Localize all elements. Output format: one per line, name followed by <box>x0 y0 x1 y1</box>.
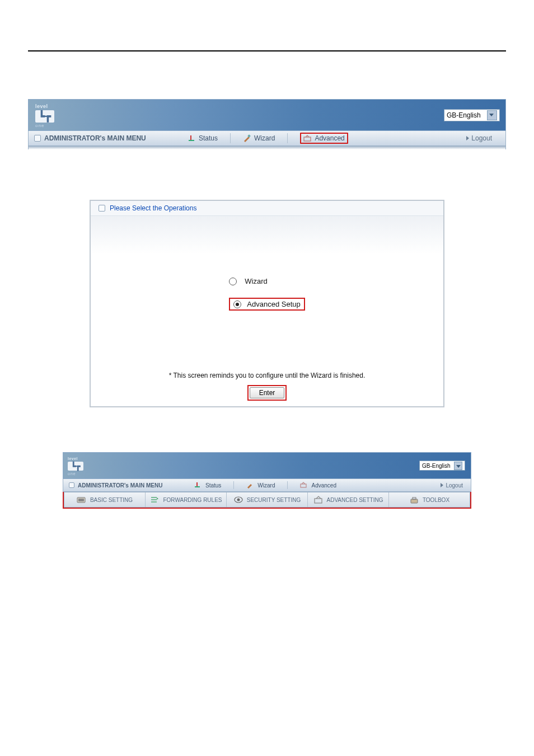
subnav-advanced-setting[interactable]: ADVANCED SETTING <box>308 492 389 507</box>
nav-main-menu-label-small: ADMINISTRATOR's MAIN MENU <box>78 482 162 489</box>
dropdown-arrow-icon-small <box>454 462 462 470</box>
operations-panel: Please Select the Operations Wizard Adva… <box>90 200 444 407</box>
advanced-icon-small <box>300 482 308 489</box>
wizard-icon-small <box>246 482 254 489</box>
nav-advanced-label-small: Advanced <box>311 482 336 489</box>
language-select[interactable]: GB-English <box>444 109 500 121</box>
svg-rect-12 <box>411 499 418 503</box>
panel-header: Please Select the Operations <box>91 201 443 216</box>
nav-status-label: Status <box>199 134 218 142</box>
subnav-toolbox-label: TOOLBOX <box>423 497 449 503</box>
subnav-basic-label: BASIC SETTING <box>90 497 133 503</box>
enter-button[interactable]: Enter <box>250 387 285 398</box>
option-advanced-row[interactable]: Advanced Setup <box>229 298 305 311</box>
subnav-security-label: SECURITY SETTING <box>247 497 301 503</box>
nav-status[interactable]: Status <box>180 131 226 145</box>
advanced-icon <box>303 134 311 142</box>
main-navbar-small: ADMINISTRATOR's MAIN MENU Status Wizard <box>63 479 471 492</box>
logo-tag-small: one <box>68 472 83 476</box>
subnav-forwarding-rules[interactable]: FORWARDING RULES <box>146 492 227 507</box>
nav-logout-label-small: Logout <box>446 482 463 489</box>
nav-separator-small <box>287 481 288 489</box>
nav-logout-label: Logout <box>471 134 492 142</box>
enter-button-label: Enter <box>259 389 275 397</box>
svg-rect-6 <box>301 484 306 487</box>
panel-body: Wizard Advanced Setup * This screen remi… <box>91 216 443 406</box>
logo-tag: one <box>35 124 54 128</box>
nav-main-menu[interactable]: ADMINISTRATOR's MAIN MENU <box>29 134 180 142</box>
menu-icon-small <box>69 482 74 488</box>
nav-logout-small[interactable]: Logout <box>441 482 471 489</box>
logo-small: level ┗┲ one <box>68 457 83 475</box>
basic-setting-icon <box>77 496 87 504</box>
subnav-advanced-label: ADVANCED SETTING <box>327 497 383 503</box>
radio-wizard[interactable] <box>229 278 237 285</box>
status-icon <box>188 134 195 142</box>
nav-main-menu-small[interactable]: ADMINISTRATOR's MAIN MENU <box>63 482 186 489</box>
option-wizard-label: Wizard <box>245 277 267 285</box>
subnav: BASIC SETTING FORWARDING RULES SECURITY … <box>64 492 470 508</box>
nav-wizard[interactable]: Wizard <box>235 131 283 145</box>
panel-header-icon <box>99 205 105 212</box>
logo-glyph: ┗┲ <box>35 110 54 123</box>
nav-status-label-small: Status <box>205 482 221 489</box>
language-select-value-small: GB-English <box>422 463 451 469</box>
top-banner: level ┗┲ one GB-English <box>28 99 506 131</box>
security-icon <box>233 496 243 504</box>
advanced-setting-icon <box>313 496 324 504</box>
nav-logout[interactable]: Logout <box>466 134 505 142</box>
nav-wizard-label-small: Wizard <box>257 482 275 489</box>
logout-arrow-icon-small <box>441 483 443 487</box>
status-icon-small <box>194 482 202 489</box>
nav-advanced-highlight: Advanced <box>300 133 348 144</box>
nav-advanced-small[interactable]: Advanced <box>292 479 344 491</box>
screenshot-3: level ┗┲ one GB-English ADMINISTRATOR's … <box>63 452 471 509</box>
svg-rect-3 <box>304 137 311 141</box>
svg-rect-8 <box>78 499 84 501</box>
svg-rect-5 <box>195 486 200 487</box>
svg-point-10 <box>237 499 240 501</box>
option-advanced-highlight: Advanced Setup <box>229 298 305 311</box>
nav-separator-small <box>233 481 234 489</box>
subnav-highlight: BASIC SETTING FORWARDING RULES SECURITY … <box>63 491 471 509</box>
logo-brand: level <box>35 104 54 109</box>
subnav-basic-setting[interactable]: BASIC SETTING <box>64 492 146 507</box>
language-select-small[interactable]: GB-English <box>419 461 465 471</box>
nav-wizard-small[interactable]: Wizard <box>238 479 283 491</box>
svg-rect-1 <box>189 140 194 141</box>
forwarding-icon <box>149 496 160 504</box>
wizard-icon <box>243 134 251 142</box>
svg-rect-11 <box>315 499 322 503</box>
operation-group: Wizard Advanced Setup <box>229 277 305 311</box>
nav-advanced[interactable]: Advanced <box>292 131 355 145</box>
radio-advanced-setup[interactable] <box>233 300 241 308</box>
panel-header-title: Please Select the Operations <box>110 204 196 212</box>
wizard-note: * This screen reminds you to configure u… <box>169 372 366 379</box>
subnav-toolbox[interactable]: TOOLBOX <box>389 492 470 507</box>
svg-rect-4 <box>196 482 198 486</box>
top-banner-small: level ┗┲ one GB-English <box>63 452 471 479</box>
logo-glyph-small: ┗┲ <box>68 462 83 471</box>
enter-button-highlight: Enter <box>247 385 287 401</box>
toolbox-icon <box>409 496 419 504</box>
top-rule <box>28 50 506 51</box>
nav-main-menu-label: ADMINISTRATOR's MAIN MENU <box>44 134 146 142</box>
nav-separator <box>230 133 231 143</box>
nav-advanced-label: Advanced <box>315 134 344 142</box>
logo: level ┗┲ one <box>35 104 54 126</box>
nav-separator <box>287 133 288 143</box>
nav-shadow <box>28 146 506 149</box>
svg-rect-13 <box>413 497 416 499</box>
svg-rect-0 <box>190 135 191 140</box>
subnav-forwarding-label: FORWARDING RULES <box>163 497 222 503</box>
menu-icon <box>34 135 41 142</box>
logout-arrow-icon <box>466 136 469 140</box>
language-select-value: GB-English <box>447 111 481 119</box>
subnav-security-setting[interactable]: SECURITY SETTING <box>227 492 308 507</box>
screenshot-1: level ┗┲ one GB-English ADMINISTRATOR's … <box>28 99 506 149</box>
logo-brand-small: level <box>68 457 83 461</box>
option-advanced-label: Advanced Setup <box>247 300 300 308</box>
nav-wizard-label: Wizard <box>254 134 275 142</box>
option-wizard-row[interactable]: Wizard <box>229 277 305 285</box>
nav-status-small[interactable]: Status <box>186 479 229 491</box>
